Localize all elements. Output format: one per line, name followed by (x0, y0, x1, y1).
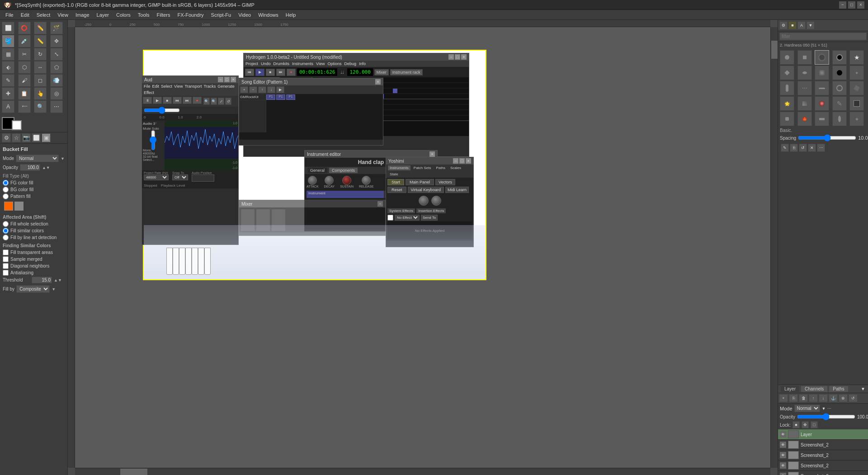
layer-btn-delete[interactable]: 🗑 (799, 394, 808, 402)
hydrogen-close[interactable]: × (461, 54, 467, 60)
instrument-tab-components[interactable]: Components (329, 168, 358, 173)
layer-btn-anchor[interactable]: ⚓ (829, 394, 838, 402)
knob-attack[interactable] (308, 176, 317, 185)
audio-volume-slider[interactable] (144, 108, 180, 113)
hydrogen-maximize[interactable]: □ (455, 54, 460, 60)
yoshimi-tab-state[interactable]: State (388, 172, 400, 177)
yoshimi-minimize[interactable]: − (453, 158, 458, 164)
layer-mode-select[interactable]: Normal (794, 404, 820, 412)
tool-bucket-fill[interactable]: 🪣 (2, 35, 14, 47)
layer-item-screenshot2d[interactable]: 👁 Screenshot_2 (778, 471, 868, 475)
layer-item-screenshot2a[interactable]: 👁 Screenshot_2 (778, 440, 868, 450)
yoshimi-close[interactable]: × (466, 158, 471, 164)
tool-options-icon1[interactable]: ⚙ (2, 133, 11, 142)
yoshimi-midi-learn-btn[interactable]: Midi Learn (445, 187, 469, 193)
brush-item-17[interactable] (797, 96, 812, 111)
brush-item-2[interactable] (797, 50, 812, 65)
brush-item-13[interactable] (815, 81, 829, 95)
h-menu-options[interactable]: Options (327, 61, 341, 66)
pattern-swatch-gray[interactable] (14, 202, 24, 211)
song-block-2[interactable]: P1 (276, 94, 285, 100)
tab-channels[interactable]: Channels (801, 386, 827, 392)
brush-refresh-icon[interactable]: ↺ (799, 144, 807, 152)
minimize-button[interactable]: − (839, 1, 846, 9)
layers-collapse-icon[interactable]: ▼ (861, 386, 865, 391)
transport-play[interactable]: ▶ (255, 69, 264, 76)
fill-type-pattern-radio[interactable] (3, 193, 9, 199)
song-btn-move-down[interactable]: ↓ (267, 86, 275, 93)
brush-tool-icon-3[interactable]: A (797, 21, 806, 29)
layer-item-layer[interactable]: 👁 Layer (778, 429, 868, 440)
brush-item-1[interactable] (780, 50, 794, 65)
layer-item-screenshot2b[interactable]: 👁 Screenshot_2 (778, 450, 868, 461)
yoshimi-knob-1[interactable] (419, 196, 429, 206)
brush-item-15[interactable] (849, 81, 864, 95)
audio-menu-tracks[interactable]: Tracks (204, 84, 216, 89)
bg-color-swatch[interactable] (12, 120, 22, 130)
menu-fxfoundry[interactable]: FX-Foundry (174, 11, 207, 19)
lock-position-btn[interactable]: ✥ (802, 421, 809, 428)
affected-similar-radio[interactable] (3, 228, 9, 234)
fill-type-bg-radio[interactable] (3, 187, 9, 193)
h-menu-undo[interactable]: Undo (261, 61, 271, 66)
brush-item-16[interactable]: 🌟 (780, 96, 794, 111)
audio-fit[interactable]: ⤢ (218, 98, 224, 105)
instrument-rack-btn[interactable]: Instrument rack (390, 69, 423, 75)
tool-airbrush[interactable]: 💨 (50, 74, 63, 87)
brush-copy-icon[interactable]: ⎘ (790, 144, 798, 152)
yoshimi-start-btn[interactable]: Start (387, 179, 404, 185)
tool-flip[interactable]: ↔ (34, 61, 47, 74)
layer-btn-down[interactable]: ↓ (819, 394, 828, 402)
audio-menu-view[interactable]: View (174, 84, 183, 89)
menu-video[interactable]: Video (235, 11, 255, 19)
mixer-btn[interactable]: Mixer (374, 69, 389, 75)
pattern-swatch-orange[interactable] (4, 202, 13, 211)
brush-item-12[interactable]: ⋯ (797, 81, 812, 95)
brush-item-11[interactable] (780, 81, 794, 95)
h-menu-debug[interactable]: Debug (344, 61, 356, 66)
yoshimi-tab-instruments[interactable]: Instruments (388, 165, 410, 170)
layer-btn-up[interactable]: ↑ (809, 394, 818, 402)
menu-filters[interactable]: Filters (153, 11, 174, 19)
tool-options-icon5[interactable]: ▣ (42, 133, 51, 142)
layer-btn-duplicate[interactable]: ⎘ (789, 394, 798, 402)
yoshimi-effect-select[interactable]: No Effect (395, 215, 420, 221)
fill-transparent-checkbox[interactable] (3, 249, 9, 255)
tool-perspective[interactable]: ⬡ (18, 61, 31, 74)
piano-key-white[interactable] (185, 248, 192, 275)
tool-clone[interactable]: 📋 (18, 87, 31, 100)
song-block-3[interactable]: P1 (286, 94, 295, 100)
tool-move[interactable]: ✥ (50, 35, 63, 47)
antialiasing-checkbox[interactable] (3, 270, 9, 276)
instrument-tab-general[interactable]: General (307, 168, 327, 173)
layer-eye-screenshot2c[interactable]: 👁 (780, 462, 786, 469)
brush-tool-icon-2[interactable]: ■ (788, 21, 797, 29)
song-btn-add[interactable]: + (240, 86, 248, 93)
brush-tool-icon-1[interactable]: ⚙ (779, 21, 788, 29)
song-btn-play[interactable]: ▶ (276, 86, 284, 93)
yoshimi-knob-2[interactable] (431, 196, 441, 206)
audio-stop-btn[interactable]: ■ (163, 97, 172, 104)
brush-edit-icon[interactable]: ✎ (781, 144, 789, 152)
tool-eraser[interactable]: ◻ (34, 74, 47, 87)
transport-record[interactable]: ● (287, 69, 296, 76)
audio-minimize[interactable]: − (218, 77, 223, 82)
tool-selection-free[interactable]: ✏️ (34, 22, 47, 34)
brush-item-19[interactable]: ✎ (832, 96, 847, 111)
audio-play-btn[interactable]: ▶ (153, 97, 162, 104)
tool-cage[interactable]: ⬠ (50, 61, 63, 74)
tool-crop[interactable]: ✂ (18, 48, 31, 61)
tool-path[interactable]: ⬳ (18, 100, 31, 113)
audio-menu-select[interactable]: Select (161, 84, 172, 89)
tool-misc[interactable]: ⋯ (50, 100, 63, 113)
yoshimi-reset-btn[interactable]: Reset (387, 187, 406, 193)
tool-paintbrush[interactable]: 🖌 (18, 74, 31, 87)
brush-filter-input[interactable] (779, 33, 867, 40)
brush-item-25[interactable]: ◈ (849, 112, 864, 126)
audio-menu-generate[interactable]: Generate (217, 84, 235, 89)
menu-select[interactable]: Select (33, 11, 54, 19)
close-button[interactable]: × (857, 1, 864, 9)
tool-pencil[interactable]: ✎ (2, 74, 14, 87)
brush-item-7[interactable] (797, 66, 812, 80)
menu-file[interactable]: File (2, 11, 17, 19)
